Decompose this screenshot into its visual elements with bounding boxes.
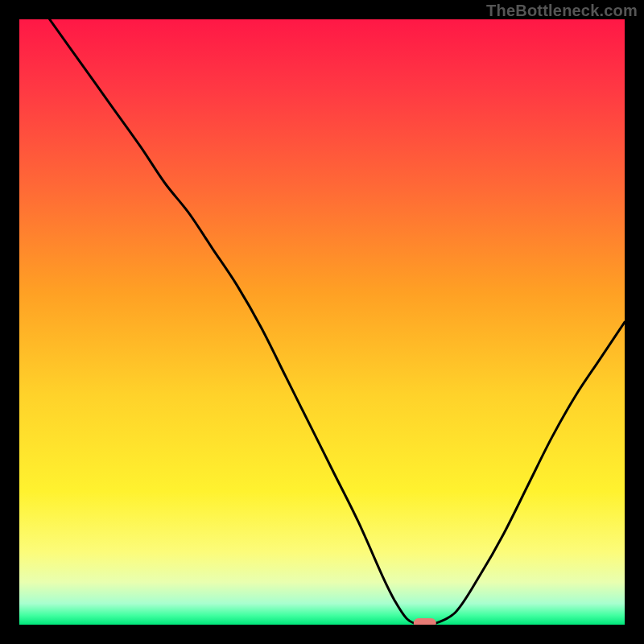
gradient-background xyxy=(19,19,625,625)
watermark-text: TheBottleneck.com xyxy=(486,2,638,20)
optimum-marker xyxy=(414,618,436,625)
chart-svg xyxy=(19,19,625,625)
plot-area xyxy=(19,19,625,625)
chart-stage: TheBottleneck.com xyxy=(0,0,644,644)
